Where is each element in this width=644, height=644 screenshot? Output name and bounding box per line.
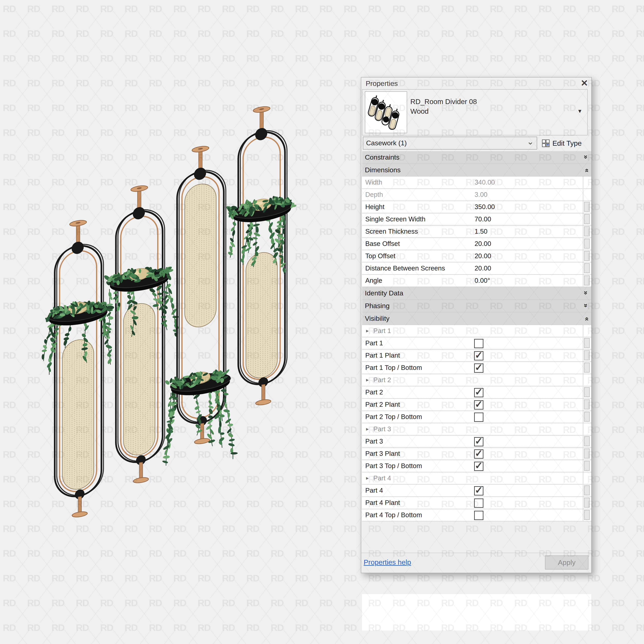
row-side-button[interactable] <box>584 251 590 261</box>
chevron-down-icon[interactable]: » <box>582 304 590 308</box>
property-label: Part 3 Plant <box>365 448 400 459</box>
property-row: Depth3.00 <box>362 189 591 201</box>
visibility-rows: ▸Part 1Part 1Part 1 Plant✓Part 1 Top / B… <box>362 325 591 521</box>
property-row: ▸Part 1 <box>362 325 591 337</box>
property-group-label: Part 4 <box>373 472 391 484</box>
check-icon: ✓ <box>475 460 483 471</box>
close-icon[interactable]: ✕ <box>581 78 588 88</box>
type-thumbnail[interactable] <box>365 91 407 133</box>
property-row: ▸Part 4 <box>362 472 591 485</box>
property-label: Part 4 Plant <box>365 497 400 508</box>
check-icon: ✓ <box>475 398 483 410</box>
row-side-button[interactable] <box>584 449 590 458</box>
checkbox[interactable]: ✓ <box>474 462 483 471</box>
row-side-button[interactable] <box>584 350 590 360</box>
row-side-button[interactable] <box>584 399 590 409</box>
row-side-button[interactable] <box>584 276 590 285</box>
property-value[interactable]: 20.00 <box>475 238 491 249</box>
checkbox[interactable]: ✓ <box>474 363 483 373</box>
properties-help-link[interactable]: Properties help <box>364 558 411 566</box>
check-icon: ✓ <box>475 386 483 397</box>
row-side-button[interactable] <box>584 412 590 422</box>
check-icon: ✓ <box>475 435 483 447</box>
checkbox[interactable]: ✓ <box>474 486 483 495</box>
checkbox[interactable]: ✓ <box>474 400 483 410</box>
row-side-button[interactable] <box>584 387 590 397</box>
row-side-button[interactable] <box>584 239 590 249</box>
row-side-button[interactable] <box>584 363 590 373</box>
type-dropdown-arrow-icon[interactable]: ▼ <box>577 108 582 114</box>
room-divider-unit <box>226 102 296 410</box>
property-row: Part 3 Top / Bottom✓ <box>362 460 591 472</box>
checkbox[interactable]: ✓ <box>474 388 483 397</box>
row-side-button[interactable] <box>584 510 590 520</box>
checkbox[interactable] <box>474 511 483 520</box>
checkbox[interactable] <box>474 413 483 422</box>
property-value[interactable]: 20.00 <box>475 250 491 262</box>
section-header-label: Phasing <box>365 300 390 312</box>
chevron-down-icon[interactable]: » <box>582 155 590 159</box>
property-group-label: Part 1 <box>373 325 391 336</box>
group-expand-arrow-icon[interactable]: ▸ <box>366 374 369 386</box>
property-value[interactable]: 0.00° <box>475 275 490 286</box>
property-row: Base Offset20.00 <box>362 238 591 250</box>
section-header-visibility[interactable]: Visibility» <box>362 312 591 325</box>
property-label: Base Offset <box>365 238 400 249</box>
section-header-label: Dimensions <box>365 164 401 176</box>
property-row: Part 4✓ <box>362 485 591 497</box>
section-header-phasing[interactable]: Phasing» <box>362 300 591 312</box>
group-expand-arrow-icon[interactable]: ▸ <box>366 423 369 435</box>
section-header-constraints[interactable]: Constraints» <box>362 151 591 164</box>
checkbox[interactable]: ✓ <box>474 449 483 459</box>
row-side-button[interactable] <box>584 485 590 495</box>
property-value[interactable]: 70.00 <box>475 213 491 225</box>
type-thumbnail-image <box>365 92 407 133</box>
property-group-label: Part 3 <box>373 423 391 435</box>
row-side-button[interactable] <box>584 214 590 224</box>
property-row: Top Offset20.00 <box>362 250 591 262</box>
row-side-button[interactable] <box>584 436 590 446</box>
section-header-label: Visibility <box>365 312 389 324</box>
section-header-dimensions[interactable]: Dimensions» <box>362 164 591 176</box>
selection-combobox[interactable]: Casework (1) ⌄ <box>363 137 537 150</box>
row-side-button[interactable] <box>584 202 590 212</box>
group-expand-arrow-icon[interactable]: ▸ <box>366 325 369 336</box>
selection-row: Casework (1) ⌄ Edit Type <box>362 136 591 151</box>
row-side-button[interactable] <box>584 498 590 508</box>
property-value[interactable]: 350.00 <box>475 201 495 213</box>
checkbox[interactable] <box>474 339 483 348</box>
row-side-button[interactable] <box>584 338 590 348</box>
edit-type-icon <box>542 139 550 148</box>
row-side-button[interactable] <box>584 263 590 273</box>
selection-combobox-value: Casework (1) <box>366 139 407 147</box>
chevron-up-icon[interactable]: » <box>582 317 590 321</box>
check-icon: ✓ <box>475 448 483 459</box>
property-row: Angle0.00° <box>362 275 591 287</box>
group-expand-arrow-icon[interactable]: ▸ <box>366 472 369 484</box>
property-value[interactable]: 1.50 <box>475 226 487 237</box>
property-label: Depth <box>365 189 383 200</box>
property-label: Height <box>365 201 384 213</box>
property-value[interactable]: 20.00 <box>475 262 491 274</box>
apply-button[interactable]: Apply <box>545 555 588 570</box>
chevron-up-icon[interactable]: » <box>582 168 590 172</box>
checkbox[interactable] <box>474 498 483 508</box>
panel-title-bar: Properties ✕ <box>361 77 591 89</box>
properties-panel: Properties ✕ RD_Room Divider 08 Wood ▼ C… <box>361 77 592 573</box>
type-name: RD_Room Divider 08 <box>410 97 477 106</box>
row-side-button[interactable] <box>584 226 590 236</box>
section-header-identity[interactable]: Identity Data» <box>362 287 591 300</box>
row-side-button[interactable] <box>584 461 590 471</box>
property-label: Part 2 Plant <box>365 399 400 410</box>
room-divider-unit <box>42 216 114 522</box>
grid-empty-area <box>362 594 591 631</box>
chevron-down-icon[interactable]: » <box>582 291 590 295</box>
property-row: Part 1 Plant✓ <box>362 350 591 362</box>
checkbox[interactable]: ✓ <box>474 437 483 446</box>
property-row: Part 1 Top / Bottom✓ <box>362 362 591 374</box>
type-preview: RD_Room Divider 08 Wood ▼ <box>362 89 588 135</box>
checkbox[interactable]: ✓ <box>474 351 483 360</box>
edit-type-button[interactable]: Edit Type <box>542 136 582 150</box>
property-value: 3.00 <box>475 189 487 200</box>
property-row: Single Screen Width70.00 <box>362 213 591 226</box>
